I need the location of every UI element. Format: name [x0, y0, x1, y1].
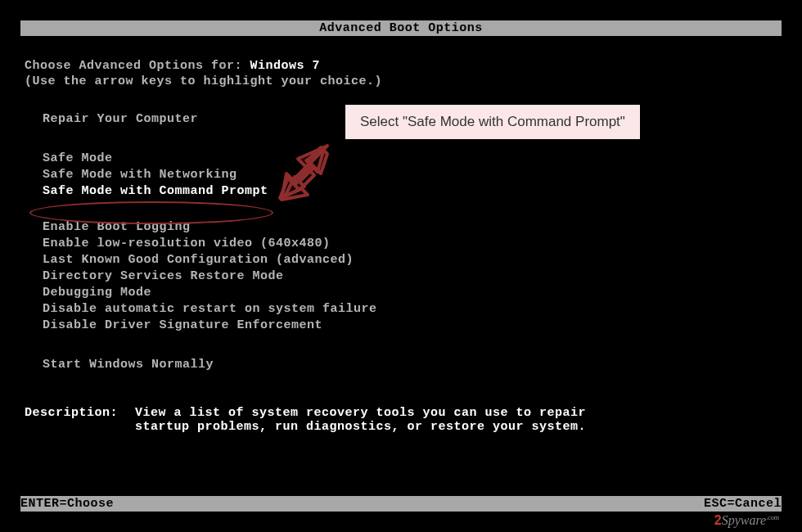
option-safe-mode[interactable]: Safe Mode — [41, 151, 777, 167]
footer-enter: ENTER=Choose — [20, 497, 114, 511]
watermark-two: 2 — [714, 513, 722, 527]
option-other[interactable]: Directory Services Restore Mode — [41, 268, 777, 285]
description-label: Description: — [25, 406, 135, 434]
title-bar: Advanced Boot Options — [20, 20, 782, 36]
option-other[interactable]: Enable Boot Logging — [41, 219, 777, 236]
footer-esc: ESC=Cancel — [704, 497, 782, 511]
option-other[interactable]: Enable low-resolution video (640x480) — [41, 236, 777, 252]
footer-bar: ENTER=Choose ESC=Cancel — [20, 496, 782, 512]
description-line: View a list of system recovery tools you… — [135, 406, 777, 420]
page-title: Advanced Boot Options — [319, 21, 483, 35]
option-start-normally[interactable]: Start Windows Normally — [41, 357, 777, 373]
main-content: Choose Advanced Options for: Windows 7 (… — [0, 36, 802, 434]
prompt-line: Choose Advanced Options for: Windows 7 — [25, 59, 777, 73]
watermark-suffix: .com — [766, 514, 779, 521]
option-safe-mode-networking[interactable]: Safe Mode with Networking — [41, 167, 777, 183]
option-safe-mode-cmd-label: Safe Mode with Command Prompt — [43, 183, 268, 200]
prompt-prefix: Choose Advanced Options for: — [25, 59, 250, 73]
description-block: Description: View a list of system recov… — [25, 406, 777, 434]
option-safe-mode-cmd[interactable]: Safe Mode with Command Prompt — [41, 183, 777, 200]
callout-text: Select "Safe Mode with Command Prompt" — [360, 114, 625, 129]
description-line: startup problems, run diagnostics, or re… — [135, 420, 777, 434]
watermark: 2Spyware.com — [714, 513, 779, 528]
option-group: Repair Your Computer Safe Mode Safe Mode… — [25, 111, 777, 373]
hint-line: (Use the arrow keys to highlight your ch… — [25, 74, 777, 88]
option-other[interactable]: Disable automatic restart on system fail… — [41, 301, 777, 318]
option-other[interactable]: Disable Driver Signature Enforcement — [41, 318, 777, 334]
description-text: View a list of system recovery tools you… — [135, 406, 777, 434]
option-other[interactable]: Debugging Mode — [41, 285, 777, 301]
os-name: Windows 7 — [250, 59, 321, 73]
watermark-name: Spyware — [722, 513, 767, 527]
instruction-callout: Select "Safe Mode with Command Prompt" — [345, 105, 640, 139]
option-other[interactable]: Last Known Good Configuration (advanced) — [41, 252, 777, 268]
